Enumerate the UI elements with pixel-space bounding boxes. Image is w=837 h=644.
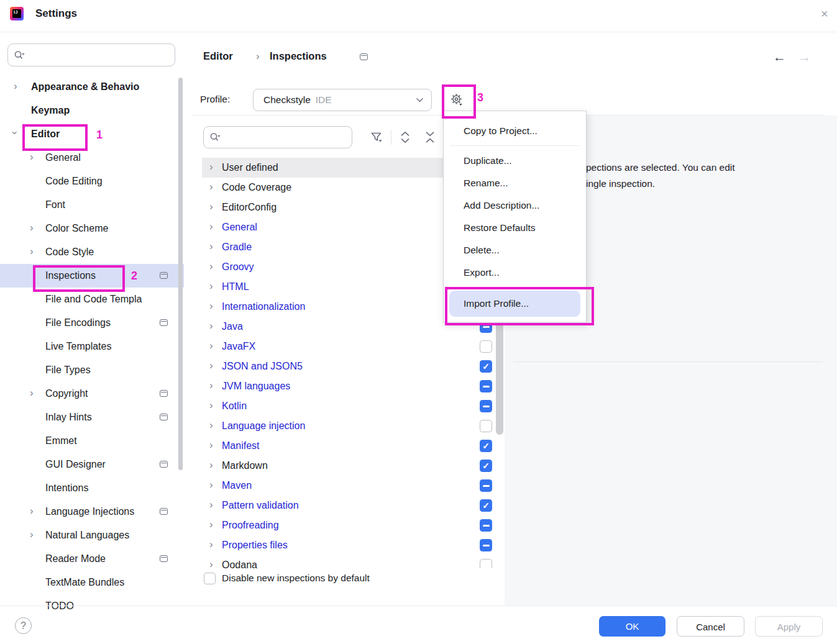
sidebar-item-gui-designer[interactable]: GUI Designer	[0, 453, 184, 476]
sidebar-item-keymap[interactable]: Keymap	[0, 99, 184, 122]
menu-item-restore-defaults[interactable]: Restore Defaults	[444, 217, 586, 239]
tree-row-proofreading[interactable]: ›Proofreading	[202, 515, 505, 535]
sidebar-item-natural-languages[interactable]: ›Natural Languages	[0, 524, 184, 547]
sidebar-scrollbar[interactable]	[178, 78, 183, 470]
breadcrumb-editor[interactable]: Editor	[203, 50, 233, 62]
checkbox-checked[interactable]: ✓	[480, 360, 492, 373]
tree-row-properties-files[interactable]: ›Properties files	[202, 535, 505, 555]
sidebar-item-emmet[interactable]: Emmet	[0, 429, 184, 453]
sidebar-item-appearance-behavio[interactable]: ›Appearance & Behavio	[0, 75, 184, 99]
chevron-right-icon[interactable]: ›	[209, 221, 213, 232]
sidebar-item-copyright[interactable]: ›Copyright	[0, 382, 184, 406]
ok-button[interactable]: OK	[599, 616, 665, 637]
disable-new-inspections-checkbox[interactable]	[204, 573, 216, 584]
menu-item-duplicate[interactable]: Duplicate...	[444, 150, 586, 172]
chevron-right-icon[interactable]: ›	[30, 152, 34, 162]
sidebar-item-code-style[interactable]: ›Code Style	[0, 240, 184, 264]
checkbox-indeterminate[interactable]	[480, 519, 492, 532]
chevron-right-icon[interactable]: ›	[30, 222, 34, 233]
cancel-button[interactable]: Cancel	[677, 616, 744, 637]
chevron-right-icon[interactable]: ›	[209, 519, 213, 530]
chevron-right-icon[interactable]: ›	[209, 499, 213, 510]
chevron-right-icon[interactable]: ›	[209, 181, 213, 192]
chevron-right-icon[interactable]: ›	[209, 301, 213, 311]
inspections-search[interactable]	[203, 126, 352, 148]
chevron-right-icon[interactable]: ›	[30, 529, 34, 540]
tree-row-maven[interactable]: ›Maven	[202, 476, 505, 496]
tree-row-markdown[interactable]: ›Markdown✓	[202, 456, 505, 476]
chevron-right-icon[interactable]: ›	[209, 559, 213, 568]
back-arrow-icon[interactable]: ←	[773, 50, 786, 65]
sidebar-item-code-editing[interactable]: Code Editing	[0, 170, 184, 193]
chevron-right-icon[interactable]: ›	[209, 161, 213, 172]
chevron-right-icon[interactable]: ›	[209, 380, 213, 391]
chevron-right-icon[interactable]: ›	[30, 506, 34, 516]
sidebar-item-label: Code Editing	[45, 176, 103, 187]
checkbox-checked[interactable]: ✓	[480, 499, 492, 512]
checkbox-unchecked[interactable]	[480, 420, 492, 432]
intellij-logo-icon: IJ	[10, 7, 24, 20]
menu-item-delete[interactable]: Delete...	[444, 239, 586, 261]
tree-row-json-and-json5[interactable]: ›JSON and JSON5✓	[202, 356, 505, 376]
filter-button[interactable]	[369, 130, 384, 145]
chevron-right-icon[interactable]: ›	[209, 261, 213, 271]
checkbox-unchecked[interactable]	[480, 340, 492, 353]
checkbox-checked[interactable]: ✓	[480, 440, 492, 452]
tree-row-pattern-validation[interactable]: ›Pattern validation✓	[202, 496, 505, 515]
chevron-right-icon[interactable]: ›	[209, 281, 213, 291]
sidebar-search[interactable]	[7, 43, 175, 66]
tree-row-qodana[interactable]: ›Qodana	[202, 555, 505, 568]
collapse-all-button[interactable]	[423, 130, 437, 145]
sidebar-search-input[interactable]	[25, 50, 175, 60]
tree-scrollbar[interactable]	[496, 323, 503, 435]
sidebar-item-intentions[interactable]: Intentions	[0, 476, 184, 500]
tree-row-jvm-languages[interactable]: ›JVM languages	[202, 376, 505, 396]
profile-dropdown[interactable]: Checkstyle IDE	[253, 89, 432, 111]
sidebar-item-inlay-hints[interactable]: Inlay Hints	[0, 406, 184, 429]
tree-row-language-injection[interactable]: ›Language injection	[202, 416, 505, 436]
chevron-right-icon[interactable]: ›	[30, 388, 34, 398]
tree-row-kotlin[interactable]: ›Kotlin	[202, 396, 505, 416]
chevron-right-icon[interactable]: ›	[14, 81, 17, 91]
sidebar-item-reader-mode[interactable]: Reader Mode	[0, 547, 184, 571]
chevron-right-icon[interactable]: ›	[209, 241, 213, 252]
sidebar-item-language-injections[interactable]: ›Language Injections	[0, 500, 184, 524]
chevron-right-icon[interactable]: ›	[209, 479, 213, 490]
menu-item-add-description[interactable]: Add Description...	[444, 194, 586, 217]
checkbox-indeterminate[interactable]	[480, 380, 492, 392]
menu-item-export[interactable]: Export...	[444, 261, 586, 284]
chevron-right-icon[interactable]: ›	[30, 246, 34, 256]
tree-row-label: Markdown	[222, 460, 268, 471]
menu-item-rename[interactable]: Rename...	[444, 172, 586, 194]
sidebar-item-color-scheme[interactable]: ›Color Scheme	[0, 217, 184, 240]
chevron-right-icon[interactable]: ›	[209, 420, 213, 430]
sidebar-item-live-templates[interactable]: Live Templates	[0, 335, 184, 358]
help-button[interactable]: ?	[15, 617, 32, 634]
sidebar-item-font[interactable]: Font	[0, 193, 184, 217]
chevron-right-icon[interactable]: ›	[209, 440, 213, 450]
chevron-down-icon[interactable]: ›	[10, 131, 21, 135]
chevron-right-icon[interactable]: ›	[209, 460, 213, 470]
checkbox-indeterminate[interactable]	[480, 400, 492, 412]
tree-row-manifest[interactable]: ›Manifest✓	[202, 436, 505, 456]
sidebar-item-file-types[interactable]: File Types	[0, 358, 184, 382]
sidebar-item-textmate-bundles[interactable]: TextMate Bundles	[0, 571, 184, 594]
chevron-right-icon[interactable]: ›	[209, 360, 213, 371]
checkbox-unchecked[interactable]	[480, 559, 492, 568]
expand-all-button[interactable]	[398, 130, 413, 145]
chevron-right-icon[interactable]: ›	[209, 320, 213, 331]
close-icon[interactable]: ×	[821, 7, 828, 21]
checkbox-indeterminate[interactable]	[480, 479, 492, 492]
per-project-settings-icon	[160, 555, 168, 562]
sidebar-item-todo[interactable]: TODO	[0, 594, 184, 618]
checkbox-indeterminate[interactable]	[480, 539, 492, 551]
inspections-search-input[interactable]	[221, 132, 352, 143]
sidebar-item-file-encodings[interactable]: File Encodings	[0, 311, 184, 335]
chevron-right-icon[interactable]: ›	[209, 340, 213, 351]
chevron-right-icon[interactable]: ›	[209, 400, 213, 410]
chevron-right-icon[interactable]: ›	[209, 539, 213, 550]
chevron-right-icon[interactable]: ›	[209, 201, 213, 212]
menu-item-copy-to-project[interactable]: Copy to Project...	[444, 120, 586, 142]
checkbox-checked[interactable]: ✓	[480, 460, 492, 472]
tree-row-javafx[interactable]: ›JavaFX	[202, 337, 505, 356]
